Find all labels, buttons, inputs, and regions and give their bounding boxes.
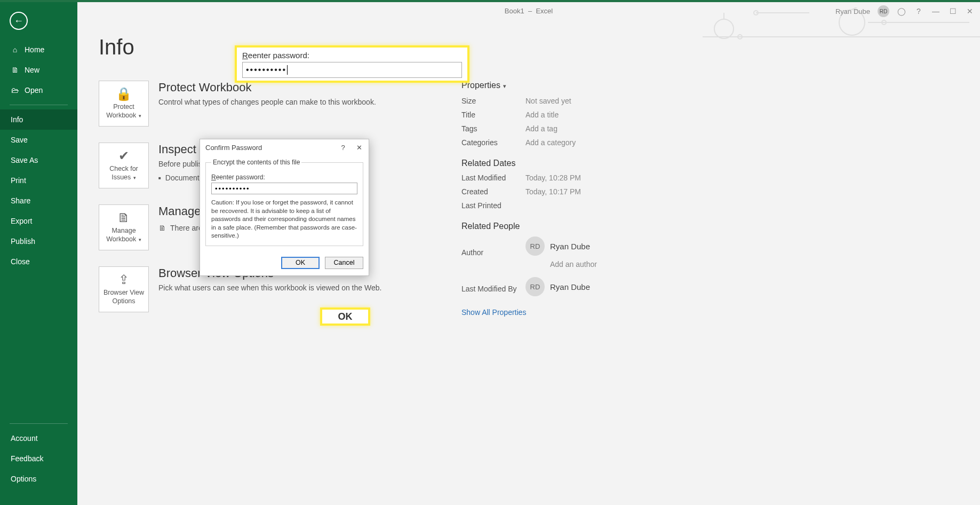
chevron-down-icon: ▾: [137, 237, 141, 242]
sidebar-item-share[interactable]: Share: [0, 191, 77, 211]
dialog-caution-text: Caution: If you lose or forget the passw…: [211, 199, 357, 240]
sidebar-item-label: Home: [25, 45, 44, 54]
prop-key-size: Size: [461, 97, 525, 105]
sidebar-item-label: Close: [11, 257, 30, 266]
back-arrow-icon: ←: [14, 15, 23, 27]
sidebar-item-open[interactable]: 🗁 Open: [0, 80, 77, 100]
page-title: Info: [99, 35, 954, 59]
sidebar-item-save-as[interactable]: Save As: [0, 150, 77, 170]
prop-val-categories[interactable]: Add a category: [525, 138, 675, 147]
sidebar-item-label: Publish: [11, 237, 35, 246]
prop-key-tags: Tags: [461, 124, 525, 133]
chevron-down-icon: ▾: [137, 113, 141, 119]
sidebar-item-print[interactable]: Print: [0, 170, 77, 191]
lock-icon: 🔒: [116, 88, 132, 100]
back-button[interactable]: ←: [10, 12, 28, 30]
section-heading: Protect Workbook: [158, 81, 376, 94]
check-icon: ✔︎: [118, 149, 129, 162]
sidebar-divider: [10, 423, 68, 424]
sidebar-item-new[interactable]: 🗎 New: [0, 60, 77, 80]
prop-val-tags[interactable]: Add a tag: [525, 124, 675, 133]
sidebar-item-info[interactable]: Info: [0, 109, 77, 130]
sidebar-item-label: New: [25, 66, 39, 74]
prop-val-created: Today, 10:17 PM: [525, 187, 675, 196]
home-icon: ⌂: [11, 45, 19, 54]
prop-key-modby: Last Modified By: [461, 285, 525, 293]
protect-workbook-button[interactable]: 🔒 Protect Workbook ▾: [99, 81, 149, 127]
section-description: Pick what users can see when this workbo…: [158, 283, 381, 292]
prop-val-lastprint: [525, 201, 675, 210]
document-icon: 🗎: [158, 224, 166, 232]
sidebar-item-save[interactable]: Save: [0, 130, 77, 150]
confirm-password-dialog: Confirm Password ? ✕ Encrypt the content…: [200, 139, 369, 276]
properties-dropdown[interactable]: Properties ▾: [461, 81, 675, 90]
prop-key-author: Author: [461, 248, 525, 257]
manage-workbook-button[interactable]: 🗎 Manage Workbook ▾: [99, 204, 149, 250]
dialog-close-icon[interactable]: ✕: [352, 141, 366, 154]
author-avatar: RD: [525, 236, 545, 256]
related-people-heading: Related People: [461, 222, 675, 231]
dialog-cancel-button[interactable]: Cancel: [325, 257, 363, 269]
add-author-link[interactable]: Add an author: [550, 260, 675, 269]
dialog-title-text: Confirm Password: [205, 144, 262, 152]
sidebar-item-label: Export: [11, 217, 32, 225]
prop-val-title[interactable]: Add a title: [525, 111, 675, 119]
dialog-ok-button[interactable]: OK: [281, 257, 320, 269]
tile-label: Browser View Options: [102, 288, 145, 306]
sidebar-item-label: Save As: [11, 156, 38, 164]
sidebar-item-options[interactable]: Options: [0, 469, 77, 489]
sidebar-item-label: Info: [11, 115, 23, 124]
groupbox-legend: Encrypt the contents of this file: [211, 159, 301, 166]
titlebar-text: Book1 – Excel: [505, 7, 553, 15]
sidebar-item-label: Open: [25, 86, 43, 94]
dialog-help-icon[interactable]: ?: [336, 141, 350, 154]
sidebar-item-label: Share: [11, 196, 30, 205]
sidebar-item-label: Save: [11, 136, 28, 144]
tile-label: Protect Workbook: [106, 103, 136, 119]
upload-icon: ⇪: [118, 273, 129, 286]
prop-val-lastmod: Today, 10:28 PM: [525, 173, 675, 182]
modby-avatar: RD: [525, 277, 545, 296]
document-icon: 🗎: [117, 211, 130, 224]
author-name[interactable]: Ryan Dube: [550, 242, 590, 251]
related-dates-heading: Related Dates: [461, 159, 675, 168]
tile-label: Manage Workbook: [106, 227, 136, 243]
check-for-issues-button[interactable]: ✔︎ Check for Issues ▾: [99, 143, 149, 188]
encrypt-groupbox: Encrypt the contents of this file Reente…: [205, 159, 363, 246]
reenter-password-input[interactable]: [211, 183, 357, 194]
reenter-password-label: Reenter password:: [211, 173, 357, 181]
open-icon: 🗁: [11, 86, 19, 94]
sidebar-item-label: Print: [11, 176, 26, 185]
show-all-properties-link[interactable]: Show All Properties: [461, 308, 675, 317]
modby-name[interactable]: Ryan Dube: [550, 282, 590, 291]
backstage-sidebar: ← ⌂ Home 🗎 New 🗁 Open Info Save: [0, 2, 77, 505]
prop-val-size: Not saved yet: [525, 97, 675, 105]
browser-view-options-button[interactable]: ⇪ Browser View Options: [99, 266, 149, 312]
prop-key-lastmod: Last Modified: [461, 173, 525, 182]
sidebar-divider: [10, 105, 68, 105]
prop-key-created: Created: [461, 187, 525, 196]
sidebar-item-export[interactable]: Export: [0, 211, 77, 231]
sidebar-item-feedback[interactable]: Feedback: [0, 448, 77, 469]
sidebar-item-home[interactable]: ⌂ Home: [0, 40, 77, 60]
sidebar-item-label: Feedback: [11, 454, 43, 463]
sidebar-item-label: Options: [11, 475, 36, 483]
sidebar-item-close[interactable]: Close: [0, 251, 77, 272]
sidebar-item-account[interactable]: Account: [0, 428, 77, 448]
chevron-down-icon: ▾: [132, 175, 136, 180]
new-icon: 🗎: [11, 66, 19, 74]
prop-key-title: Title: [461, 111, 525, 119]
prop-key-categories: Categories: [461, 138, 525, 147]
prop-key-lastprint: Last Printed: [461, 201, 525, 210]
sidebar-item-publish[interactable]: Publish: [0, 231, 77, 251]
section-description: Control what types of changes people can…: [158, 98, 376, 106]
sidebar-item-label: Account: [11, 434, 38, 443]
